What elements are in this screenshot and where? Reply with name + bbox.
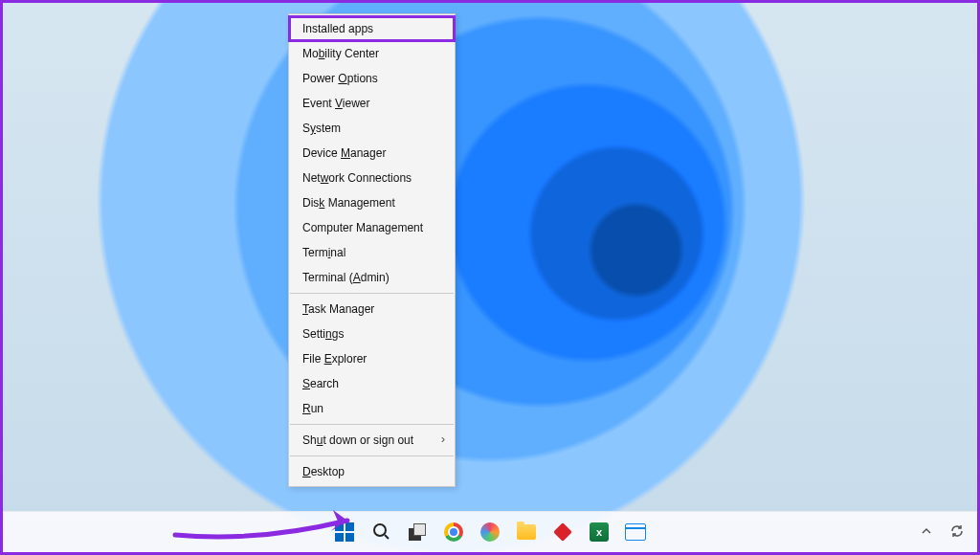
menu-item-text: nal: [330, 246, 345, 259]
chrome-icon[interactable]: [443, 522, 464, 543]
menu-item-accelerator: A: [353, 271, 361, 284]
menu-item-run[interactable]: Run: [289, 396, 455, 421]
svg-point-0: [374, 524, 386, 536]
menu-item-desktop[interactable]: Desktop: [289, 459, 455, 484]
menu-item-terminal-admin-[interactable]: Terminal (Admin): [289, 265, 455, 290]
mail-app-icon[interactable]: [552, 522, 573, 543]
screenshot-frame: Installed appsMobility CenterPower Optio…: [0, 0, 980, 555]
menu-item-text: Power: [302, 72, 338, 85]
menu-item-shut-down-or-sign-out[interactable]: Shut down or sign out: [289, 428, 455, 453]
menu-item-text: Computer Mana: [302, 221, 385, 234]
menu-item-search[interactable]: Search: [289, 371, 455, 396]
taskbar-center-group: x: [334, 512, 646, 552]
menu-item-system[interactable]: System: [289, 116, 455, 141]
menu-item-text: Mo: [302, 47, 319, 60]
menu-item-accelerator: S: [302, 377, 310, 390]
menu-item-text: dmin): [361, 271, 390, 284]
taskbar: x: [3, 511, 977, 552]
menu-separator: [290, 293, 454, 294]
menu-item-text: esktop: [311, 465, 345, 478]
menu-item-text: ask Manager: [308, 302, 374, 316]
menu-item-text: ptions: [347, 72, 378, 85]
menu-item-accelerator: n: [325, 327, 332, 341]
menu-item-text: xplorer: [332, 352, 368, 366]
menu-item-text: gs: [332, 327, 345, 341]
menu-item-text: Setti: [302, 327, 325, 341]
menu-item-text: anager: [350, 146, 386, 160]
menu-item-text: Installed apps: [302, 22, 373, 35]
menu-item-text: ility Center: [324, 47, 379, 60]
menu-item-text: ork Connections: [328, 171, 412, 185]
app-window-icon[interactable]: [625, 522, 646, 543]
menu-item-network-connections[interactable]: Network Connections: [289, 166, 455, 190]
menu-item-accelerator: M: [341, 146, 350, 160]
menu-item-accelerator: R: [302, 402, 311, 415]
menu-item-text: Net: [302, 171, 321, 185]
menu-separator: [290, 455, 454, 456]
excel-icon[interactable]: x: [589, 522, 610, 543]
winx-context-menu: Installed appsMobility CenterPower Optio…: [288, 13, 456, 487]
menu-item-text: Terminal (: [302, 271, 353, 284]
file-explorer-icon[interactable]: [516, 522, 537, 543]
menu-item-text: Event: [302, 97, 335, 110]
menu-separator: [290, 424, 454, 425]
menu-item-file-explorer[interactable]: File Explorer: [289, 346, 455, 371]
menu-item-text: ement: [391, 221, 423, 234]
menu-item-text: Management: [324, 196, 394, 210]
menu-item-event-viewer[interactable]: Event Viewer: [289, 91, 455, 116]
menu-item-accelerator: E: [324, 352, 332, 366]
menu-item-settings[interactable]: Settings: [289, 322, 455, 346]
task-view-button[interactable]: [407, 522, 428, 543]
menu-item-task-manager[interactable]: Task Manager: [289, 297, 455, 322]
menu-item-terminal[interactable]: Terminal: [289, 240, 455, 265]
menu-item-text: Term: [302, 246, 328, 259]
menu-item-device-manager[interactable]: Device Manager: [289, 141, 455, 166]
menu-item-disk-management[interactable]: Disk Management: [289, 190, 455, 215]
menu-item-text: File: [302, 352, 324, 366]
menu-item-power-options[interactable]: Power Options: [289, 66, 455, 91]
tray-sync-icon[interactable]: [947, 522, 968, 543]
menu-item-accelerator: D: [302, 465, 311, 478]
tray-overflow-icon[interactable]: [916, 522, 937, 543]
start-button[interactable]: [334, 522, 355, 543]
menu-item-text: earch: [310, 377, 339, 390]
menu-item-text: S: [302, 122, 310, 135]
menu-item-accelerator: O: [338, 72, 346, 85]
menu-item-text: iewer: [343, 97, 370, 110]
svg-line-1: [385, 535, 389, 539]
menu-item-text: Device: [302, 146, 341, 160]
avatar-app-icon[interactable]: [479, 522, 501, 543]
menu-item-computer-management[interactable]: Computer Management: [289, 215, 455, 240]
menu-item-text: stem: [316, 122, 341, 135]
menu-item-text: un: [311, 402, 323, 415]
menu-item-text: t down or sign out: [323, 433, 413, 447]
taskbar-tray: [916, 512, 968, 552]
menu-item-accelerator: g: [385, 221, 391, 234]
menu-item-accelerator: V: [335, 97, 343, 110]
menu-item-text: Dis: [302, 196, 319, 210]
menu-item-mobility-center[interactable]: Mobility Center: [289, 41, 455, 66]
menu-item-text: Sh: [302, 433, 317, 447]
desktop-wallpaper: [3, 3, 977, 552]
menu-item-installed-apps[interactable]: Installed apps: [289, 16, 455, 41]
search-button[interactable]: [370, 522, 391, 543]
